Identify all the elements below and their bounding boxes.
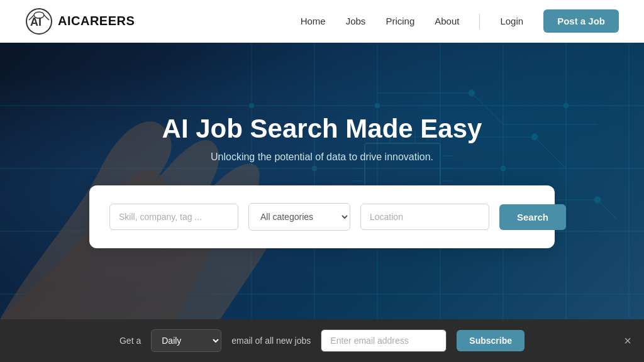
- logo-icon: AI: [25, 8, 53, 35]
- hero-subtitle: Unlocking the potential of data to drive…: [89, 151, 555, 163]
- nav-divider: [479, 14, 480, 29]
- email-of-label: email of all new jobs: [231, 336, 311, 346]
- svg-point-29: [469, 90, 475, 96]
- login-button[interactable]: Login: [500, 16, 523, 26]
- nav-links: Home Jobs Pricing About Login Post a Job: [301, 9, 619, 33]
- search-button[interactable]: Search: [499, 204, 566, 230]
- logo[interactable]: AI AICAREERS: [25, 8, 135, 35]
- hero-content: AI Job Search Made Easy Unlocking the po…: [89, 114, 555, 248]
- logo-text: AICAREERS: [58, 14, 135, 28]
- nav-pricing[interactable]: Pricing: [386, 16, 414, 26]
- subscribe-button[interactable]: Subscribe: [457, 330, 525, 351]
- svg-point-28: [564, 103, 569, 108]
- svg-point-25: [375, 103, 380, 108]
- frequency-select[interactable]: Daily Weekly Monthly: [151, 329, 221, 352]
- category-select[interactable]: All categories Machine Learning Data Sci…: [248, 203, 350, 231]
- svg-point-31: [594, 197, 601, 203]
- get-a-label: Get a: [119, 336, 141, 346]
- nav-jobs[interactable]: Jobs: [346, 16, 366, 26]
- post-job-button[interactable]: Post a Job: [543, 9, 619, 33]
- search-box: All categories Machine Learning Data Sci…: [89, 185, 555, 248]
- email-input[interactable]: [321, 329, 447, 352]
- close-button[interactable]: ×: [624, 334, 631, 348]
- location-input[interactable]: [360, 204, 489, 230]
- footer-subscribe-bar: Get a Daily Weekly Monthly email of all …: [0, 319, 644, 362]
- svg-point-23: [249, 103, 254, 108]
- svg-line-4: [44, 15, 49, 20]
- skill-search-input[interactable]: [109, 204, 238, 230]
- navbar: AI AICAREERS Home Jobs Pricing About Log…: [0, 0, 644, 43]
- nav-about[interactable]: About: [435, 16, 459, 26]
- hero-section: AI Job Search Made Easy Unlocking the po…: [0, 43, 644, 319]
- svg-line-22: [597, 200, 616, 219]
- nav-home[interactable]: Home: [301, 16, 326, 26]
- hero-title: AI Job Search Made Easy: [89, 114, 555, 144]
